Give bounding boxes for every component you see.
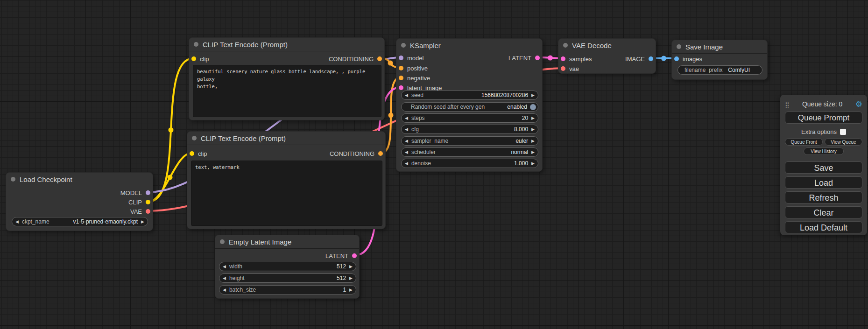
decrement-arrow-icon[interactable]: ◀ xyxy=(402,127,411,132)
increment-arrow-icon[interactable]: ▶ xyxy=(346,264,356,269)
increment-arrow-icon[interactable]: ▶ xyxy=(528,127,538,132)
view-queue-button[interactable]: View Queue xyxy=(825,138,862,146)
increment-arrow-icon[interactable]: ▶ xyxy=(528,93,538,98)
input-port-dot-icon[interactable] xyxy=(191,56,196,61)
output-port-latent[interactable]: LATENT xyxy=(508,53,542,63)
widget-scheduler[interactable]: ◀schedulernormal▶ xyxy=(401,147,538,157)
increment-arrow-icon[interactable]: ▶ xyxy=(528,139,538,143)
prompt-textarea[interactable]: text, watermark xyxy=(191,161,382,226)
increment-arrow-icon[interactable]: ▶ xyxy=(346,276,356,280)
output-port-dot-icon[interactable] xyxy=(352,253,357,258)
collapse-dot-icon[interactable] xyxy=(563,43,568,48)
load-default-button[interactable]: Load Default xyxy=(785,221,862,233)
input-port-dot-icon[interactable] xyxy=(190,151,194,156)
input-port-clip[interactable]: clip xyxy=(187,149,207,158)
clear-button[interactable]: Clear xyxy=(785,206,862,218)
decrement-arrow-icon[interactable]: ◀ xyxy=(402,139,411,143)
increment-arrow-icon[interactable]: ▶ xyxy=(528,161,538,166)
output-port-dot-icon[interactable] xyxy=(649,56,653,61)
input-port-dot-icon[interactable] xyxy=(399,85,403,90)
link-midpoint-dot[interactable] xyxy=(661,56,666,61)
widget-random-seed-after-every-gen[interactable]: Random seed after every genenabled xyxy=(401,102,538,112)
link-midpoint-dot[interactable] xyxy=(168,175,173,180)
input-port-dot-icon[interactable] xyxy=(399,76,403,80)
output-port-conditioning[interactable]: CONDITIONING xyxy=(329,54,384,63)
queue-prompt-button[interactable]: Queue Prompt xyxy=(785,112,862,124)
prompt-textarea[interactable]: beautiful scenery nature glass bottle la… xyxy=(193,65,381,117)
node-vae-decode[interactable]: VAE DecodesamplesvaeIMAGE xyxy=(558,38,656,74)
save-button[interactable]: Save xyxy=(785,161,862,174)
widget-height[interactable]: ◀height512▶ xyxy=(219,273,356,283)
link-midpoint-dot[interactable] xyxy=(388,61,393,66)
node-ksampler[interactable]: KSamplermodelpositivenegativelatent_imag… xyxy=(396,38,543,172)
widget-width[interactable]: ◀width512▶ xyxy=(219,262,356,271)
toggle-state-icon[interactable] xyxy=(530,104,536,110)
input-port-model[interactable]: model xyxy=(396,53,423,63)
input-port-dot-icon[interactable] xyxy=(399,66,403,70)
output-port-conditioning[interactable]: CONDITIONING xyxy=(330,149,385,158)
refresh-button[interactable]: Refresh xyxy=(785,191,862,203)
input-port-images[interactable]: images xyxy=(672,54,702,63)
node-load-checkpoint[interactable]: Load CheckpointMODELCLIPVAE◀ckpt_namev1-… xyxy=(6,172,153,231)
extra-options-checkbox[interactable] xyxy=(840,129,846,135)
settings-gear-icon[interactable]: ⚙ xyxy=(855,100,862,108)
input-port-clip[interactable]: clip xyxy=(189,54,209,63)
widget-seed[interactable]: ◀seed156680208700286▶ xyxy=(401,91,538,100)
widget-filename_prefix[interactable]: filename_prefixComfyUI xyxy=(677,65,762,75)
link-midpoint-dot[interactable] xyxy=(548,56,553,61)
input-port-dot-icon[interactable] xyxy=(561,66,565,71)
decrement-arrow-icon[interactable]: ◀ xyxy=(402,93,411,98)
output-port-dot-icon[interactable] xyxy=(378,151,383,156)
decrement-arrow-icon[interactable]: ◀ xyxy=(402,161,411,166)
output-port-dot-icon[interactable] xyxy=(535,56,540,60)
collapse-dot-icon[interactable] xyxy=(677,44,681,49)
input-port-samples[interactable]: samples xyxy=(558,54,592,63)
output-port-image[interactable]: IMAGE xyxy=(625,54,656,63)
node-clip-text-encode-positive[interactable]: CLIP Text Encode (Prompt)clipCONDITIONIN… xyxy=(189,37,385,120)
input-port-positive[interactable]: positive xyxy=(396,63,428,73)
node-clip-text-encode-negative[interactable]: CLIP Text Encode (Prompt)clipCONDITIONIN… xyxy=(187,131,386,229)
decrement-arrow-icon[interactable]: ◀ xyxy=(402,150,411,154)
link-midpoint-dot[interactable] xyxy=(388,113,394,118)
output-port-clip[interactable]: CLIP xyxy=(128,197,153,207)
increment-arrow-icon[interactable]: ▶ xyxy=(528,116,538,120)
increment-arrow-icon[interactable]: ▶ xyxy=(528,150,538,154)
decrement-arrow-icon[interactable]: ◀ xyxy=(402,116,411,120)
input-port-dot-icon[interactable] xyxy=(561,56,565,61)
decrement-arrow-icon[interactable]: ◀ xyxy=(12,219,22,224)
widget-steps[interactable]: ◀steps20▶ xyxy=(401,113,538,123)
decrement-arrow-icon[interactable]: ◀ xyxy=(219,264,229,269)
queue-front-button[interactable]: Queue Front xyxy=(785,138,823,146)
collapse-dot-icon[interactable] xyxy=(192,136,197,140)
collapse-dot-icon[interactable] xyxy=(11,177,15,182)
widget-sampler_name[interactable]: ◀sampler_nameeuler▶ xyxy=(401,136,538,146)
decrement-arrow-icon[interactable]: ◀ xyxy=(219,276,229,280)
node-empty-latent-image[interactable]: Empty Latent ImageLATENT◀width512▶◀heigh… xyxy=(215,235,360,299)
drag-handle-icon[interactable]: ⣿ xyxy=(785,101,790,108)
increment-arrow-icon[interactable]: ▶ xyxy=(138,219,148,224)
link-midpoint-dot[interactable] xyxy=(169,127,174,133)
input-port-vae[interactable]: vae xyxy=(558,64,579,73)
widget-cfg[interactable]: ◀cfg8.000▶ xyxy=(401,125,538,134)
output-port-vae[interactable]: VAE xyxy=(130,207,153,216)
load-button[interactable]: Load xyxy=(785,176,862,189)
node-save-image[interactable]: Save Imageimagesfilename_prefixComfyUI xyxy=(671,40,768,80)
node-graph-canvas[interactable]: Load CheckpointMODELCLIPVAE◀ckpt_namev1-… xyxy=(0,0,868,329)
input-port-dot-icon[interactable] xyxy=(674,56,679,61)
output-port-model[interactable]: MODEL xyxy=(120,188,153,197)
widget-ckpt_name[interactable]: ◀ckpt_namev1-5-pruned-emaonly.ckpt▶ xyxy=(12,217,148,226)
widget-batch_size[interactable]: ◀batch_size1▶ xyxy=(219,285,356,294)
output-port-dot-icon[interactable] xyxy=(146,200,150,204)
increment-arrow-icon[interactable]: ▶ xyxy=(346,287,356,292)
output-port-dot-icon[interactable] xyxy=(146,209,150,214)
collapse-dot-icon[interactable] xyxy=(194,42,198,47)
collapse-dot-icon[interactable] xyxy=(401,43,406,48)
input-port-dot-icon[interactable] xyxy=(399,56,403,60)
output-port-latent[interactable]: LATENT xyxy=(325,251,359,260)
output-port-dot-icon[interactable] xyxy=(377,56,382,61)
view-history-button[interactable]: View History xyxy=(804,147,844,155)
input-port-negative[interactable]: negative xyxy=(396,73,430,83)
output-port-dot-icon[interactable] xyxy=(146,190,150,195)
decrement-arrow-icon[interactable]: ◀ xyxy=(219,287,229,292)
widget-denoise[interactable]: ◀denoise1.000▶ xyxy=(401,159,538,168)
